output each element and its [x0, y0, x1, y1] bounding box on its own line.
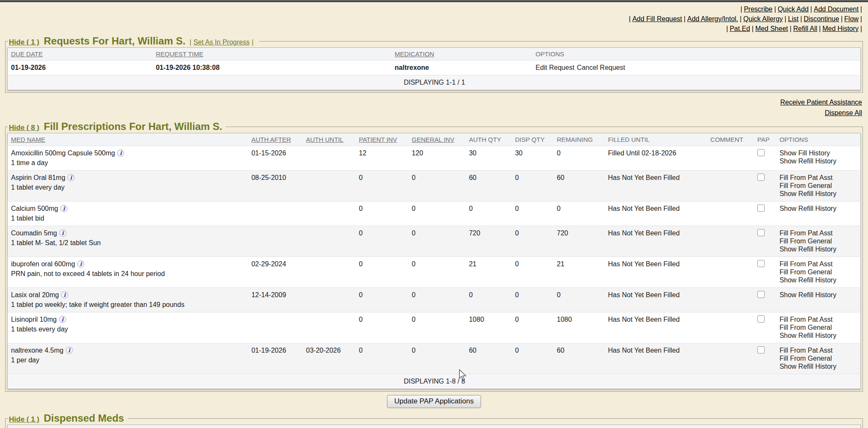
fill-hide-link[interactable]: Hide ( 8 ) [9, 124, 39, 132]
request-options: Edit RequestCancel Request [532, 61, 860, 75]
nav-link-prescribe[interactable]: Prescribe [744, 6, 773, 13]
info-icon[interactable]: i [61, 291, 68, 298]
auth-after-cell [248, 312, 303, 343]
dispensed-hide-link[interactable]: Hide ( 1 ) [9, 415, 39, 423]
nav-link-add-fill-request[interactable]: Add Fill Request [632, 15, 682, 22]
nav-link-add-document[interactable]: Add Document [814, 6, 859, 13]
general-inv-cell: 0 [409, 343, 466, 374]
col-med-name[interactable]: MED NAME [8, 133, 248, 146]
fill-displaying: DISPLAYING 1-8 / 8 [8, 374, 861, 389]
page: |Prescribe|Quick Add|Add Document| |Add … [0, 0, 868, 428]
request-time: 01-19-2026 10:38:08 [153, 61, 392, 75]
nav-link-add-allergy[interactable]: Add Allergy/Intol. [687, 15, 738, 22]
col-first[interactable]: FIRST [48, 425, 83, 428]
info-icon[interactable]: i [60, 205, 67, 212]
fill-from-pat-asst-link[interactable]: Fill From Pat Asst [779, 346, 858, 354]
dispense-all-link[interactable]: Dispense All [0, 108, 862, 118]
col-auth-until[interactable]: AUTH UNTIL [303, 133, 356, 146]
update-pap-applications-button[interactable]: Update PAP Applications [387, 395, 481, 408]
col-medication[interactable]: MEDICATION [391, 48, 532, 61]
pap-checkbox[interactable] [757, 229, 765, 236]
nav-link-flow[interactable]: Flow [844, 15, 859, 22]
filled-until-cell: Has Not Yet Been Filled [605, 257, 707, 288]
pap-checkbox[interactable] [757, 291, 765, 298]
nav-link-list[interactable]: List [788, 15, 798, 22]
med-cell: Aspirin Oral 81mgi 1 tablet every day [8, 171, 248, 202]
pap-checkbox[interactable] [757, 315, 765, 323]
col-dispensed-by[interactable]: DISPENSED BY [584, 425, 658, 428]
nav-link-pat-ed[interactable]: Pat.Ed [730, 25, 750, 32]
fill-from-general-link[interactable]: Fill From General [779, 323, 858, 331]
set-as-in-progress-link[interactable]: Set As In Progress [193, 39, 250, 46]
fill-from-pat-asst-link[interactable]: Fill From Pat Asst [779, 315, 858, 323]
col-patient-inv[interactable]: PATIENT INV [356, 133, 409, 146]
pap-checkbox[interactable] [757, 149, 765, 156]
show-refill-history-link[interactable]: Show Refill History [779, 245, 858, 253]
filled-until-cell: Has Not Yet Been Filled [605, 171, 707, 202]
fill-from-pat-asst-link[interactable]: Fill From Pat Asst [779, 174, 858, 182]
info-icon[interactable]: i [59, 229, 67, 237]
col-due-date[interactable]: DUE DATE [8, 48, 153, 61]
pap-checkbox[interactable] [757, 204, 765, 212]
col-filled-by[interactable]: FILLED BY [147, 425, 201, 428]
info-icon[interactable]: i [67, 174, 75, 181]
fill-displaying-row: DISPLAYING 1-8 / 8 [8, 374, 861, 389]
edit-request-link[interactable]: Edit Request [535, 64, 574, 71]
info-icon[interactable]: i [66, 347, 73, 354]
pap-cell [754, 146, 776, 171]
show-refill-history-link[interactable]: Show Refill History [779, 276, 858, 284]
nav-link-refill-all[interactable]: Refill All [793, 25, 817, 32]
fill-from-general-link[interactable]: Fill From General [779, 268, 858, 276]
info-icon[interactable]: i [117, 149, 124, 157]
show-refill-history-link[interactable]: Show Refill History [779, 362, 858, 370]
fill-from-general-link[interactable]: Fill From General [779, 354, 858, 362]
fill-row-amoxicillin: Amoxicillin 500mg Capsule 500mgi 1 time … [8, 146, 861, 171]
pap-checkbox[interactable] [757, 174, 765, 181]
show-refill-history-link[interactable]: Show Refill History [779, 204, 858, 213]
show-refill-history-link[interactable]: Show Refill History [779, 190, 858, 198]
pap-checkbox[interactable] [757, 260, 765, 267]
show-fill-history-link[interactable]: Show Fill History [779, 149, 858, 157]
request-due-date: 01-19-2026 [8, 61, 153, 75]
show-refill-history-link[interactable]: Show Refill History [779, 291, 858, 299]
nav-link-med-history[interactable]: Med History [822, 25, 858, 32]
auth-until-cell [303, 257, 356, 288]
fill-row-lasix: Lasix oral 20mgi 1 tablet po weekly; tak… [8, 288, 861, 312]
info-icon[interactable]: i [59, 316, 66, 323]
cancel-request-link[interactable]: Cancel Request [577, 64, 625, 71]
comment-cell [707, 202, 754, 226]
fill-header-row: MED NAME AUTH AFTER AUTH UNTIL PATIENT I… [8, 133, 861, 146]
fill-from-general-link[interactable]: Fill From General [779, 237, 858, 245]
nav-row-3: |Pat.Ed|Med Sheet|Refill All|Med History… [0, 24, 864, 33]
pap-cell [754, 257, 776, 288]
col-general-inv[interactable]: GENERAL INV [409, 133, 466, 146]
show-refill-history-link[interactable]: Show Refill History [779, 331, 858, 340]
receive-patient-assistance-link[interactable]: Receive Patient Assistance [0, 97, 862, 108]
col-request-time[interactable]: REQUEST TIME [153, 48, 392, 61]
show-refill-history-link[interactable]: Show Refill History [779, 157, 858, 165]
col-last[interactable]: LAST [8, 425, 49, 428]
pap-checkbox[interactable] [757, 346, 765, 353]
disp-qty-cell: 0 [512, 343, 554, 374]
col-dispensed-date[interactable]: DISPENSED DATE↓ [477, 425, 584, 428]
fill-prescriptions-section: Hide ( 8 ) Fill Prescriptions For Hart, … [5, 121, 863, 392]
info-icon[interactable]: i [77, 260, 84, 268]
fill-from-general-link[interactable]: Fill From General [779, 182, 858, 190]
col-auth-after[interactable]: AUTH AFTER [248, 133, 303, 146]
mouse-cursor [458, 369, 468, 383]
nav-link-med-sheet[interactable]: Med Sheet [755, 25, 788, 32]
fill-prescriptions-table: MED NAME AUTH AFTER AUTH UNTIL PATIENT I… [7, 133, 861, 389]
col-fill-date[interactable]: FILL DATE [83, 425, 147, 428]
requests-hide-link[interactable]: Hide ( 1 ) [9, 38, 39, 46]
col-equiv-qty[interactable]: EQUIV QTY [356, 425, 411, 428]
nav-link-quick-add[interactable]: Quick Add [778, 6, 809, 13]
nav-link-discontinue[interactable]: Discontinue [804, 15, 839, 22]
fill-from-pat-asst-link[interactable]: Fill From Pat Asst [779, 260, 858, 268]
patient-inv-cell: 0 [356, 257, 409, 288]
fill-row-lisinopril: Lisinopril 10mgi 1 tablets every day 0 0… [8, 312, 861, 343]
fill-from-pat-asst-link[interactable]: Fill From Pat Asst [779, 229, 858, 237]
nav-link-quick-allergy[interactable]: Quick Allergy [743, 15, 783, 22]
requests-displaying-row: DISPLAYING 1-1 / 1 [8, 75, 861, 90]
col-verified-by[interactable]: VERIFIED BY [411, 425, 477, 428]
patient-inv-cell: 0 [356, 312, 409, 343]
